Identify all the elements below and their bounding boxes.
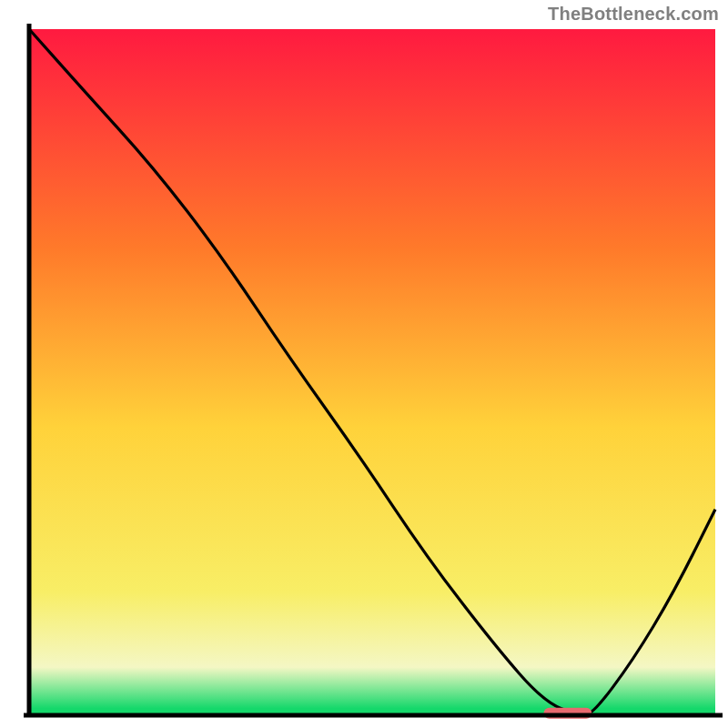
- bottleneck-chart: [0, 0, 728, 728]
- plot-background: [29, 29, 715, 715]
